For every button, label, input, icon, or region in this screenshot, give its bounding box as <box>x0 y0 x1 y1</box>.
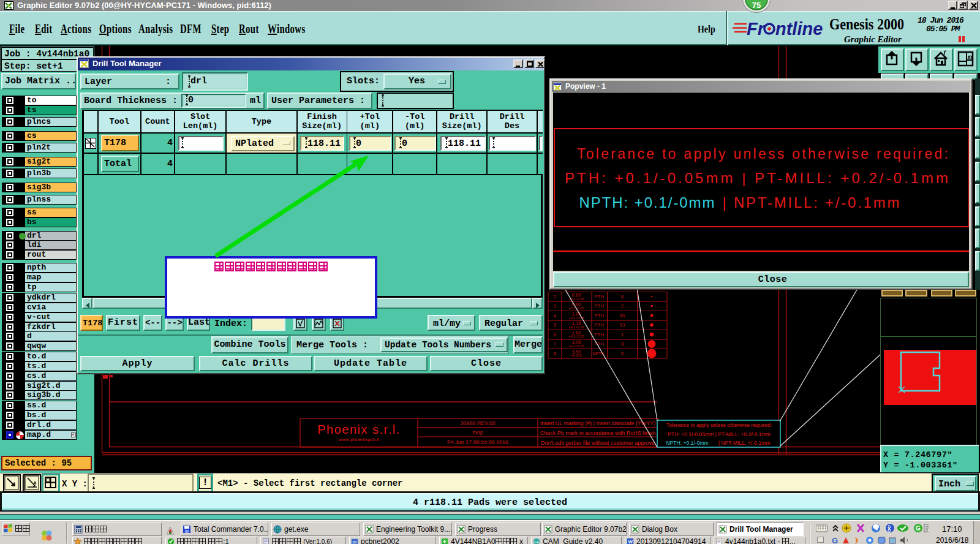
svg-text:www.phoenixpcb.it: www.phoenixpcb.it <box>338 437 380 442</box>
svg-text:4: 4 <box>554 313 557 319</box>
svg-text:5: 5 <box>621 351 624 357</box>
svg-text:PTH: PTH <box>594 313 604 319</box>
svg-text:1: 1 <box>621 332 624 338</box>
svg-text:Fri Jun 17 00:24:00 2016: Fri Jun 17 00:24:00 2016 <box>447 439 508 445</box>
svg-text:+0.1/-0.05: +0.1/-0.05 <box>569 334 584 338</box>
svg-text:+0.1/-0.05: +0.1/-0.05 <box>569 344 584 348</box>
svg-text:PTH: PTH <box>594 294 604 300</box>
svg-text:PTH: PTH <box>594 322 604 328</box>
svg-text:NPTH: +0.1/-0mm: NPTH: +0.1/-0mm <box>666 440 708 446</box>
svg-text:PTH: +0.1/-0.05mm | PT-MILL: +: PTH: +0.1/-0.05mm | PT-MILL: +0.2/-0.1mm <box>668 431 771 437</box>
svg-text:6: 6 <box>621 294 624 300</box>
svg-text:+0.1/-0.05: +0.1/-0.05 <box>569 325 584 329</box>
svg-text:a: a <box>34 480 37 485</box>
svg-text:+0.1/-0: +0.1/-0 <box>571 353 581 357</box>
svg-text:6: 6 <box>554 332 556 338</box>
svg-text:G: G <box>832 536 838 544</box>
svg-text:Tolerance to apply unless othe: Tolerance to apply unless otherwise requ… <box>666 422 772 428</box>
svg-text:Insert UL marking (#) | Insert: Insert UL marking (#) | Insert datocode … <box>540 420 656 426</box>
svg-text:5: 5 <box>554 322 557 328</box>
svg-text:W: W <box>628 539 633 544</box>
svg-text:3: 3 <box>554 303 556 309</box>
svg-text:| NPT-MILL: +/-0.1mm: | NPT-MILL: +/-0.1mm <box>718 440 771 446</box>
svg-text:Phoenix s.r.l.: Phoenix s.r.l. <box>317 423 401 436</box>
svg-text:30488 REV.02: 30488 REV.02 <box>460 420 496 426</box>
svg-text:Check Pb mark in accordance wi: Check Pb mark in accordance with RoHS fi… <box>540 430 656 436</box>
svg-text:8: 8 <box>554 351 556 357</box>
svg-text:53: 53 <box>620 322 625 328</box>
svg-text:Don't edit gerber file without: Don't edit gerber file without customer … <box>541 440 655 446</box>
svg-text:7: 7 <box>554 341 556 347</box>
svg-text:2: 2 <box>554 294 556 300</box>
svg-text:2: 2 <box>621 303 624 309</box>
svg-text:CA: CA <box>534 540 539 544</box>
svg-text:80: 80 <box>620 313 625 319</box>
svg-text:G: G <box>916 525 921 532</box>
svg-text:PTH: PTH <box>594 332 604 338</box>
svg-text:XY: XY <box>968 55 973 59</box>
svg-text:| NPT-MILL: +/-0.1mm: | NPT-MILL: +/-0.1mm <box>723 194 900 211</box>
svg-text:Tolerance to apply unless othe: Tolerance to apply unless otherwise requ… <box>577 146 948 162</box>
svg-text:8: 8 <box>621 341 624 347</box>
svg-text:NPTH: +0.1/-0mm: NPTH: +0.1/-0mm <box>579 194 715 211</box>
svg-text:pc: pc <box>353 540 358 544</box>
svg-text:PTH: PTH <box>594 303 604 309</box>
svg-text:mop: mop <box>472 429 483 436</box>
svg-text:PTH: +0.1/-0.05mm | PT-MILL: +: PTH: +0.1/-0.05mm | PT-MILL: +0.2/-0.1mm <box>565 170 948 186</box>
